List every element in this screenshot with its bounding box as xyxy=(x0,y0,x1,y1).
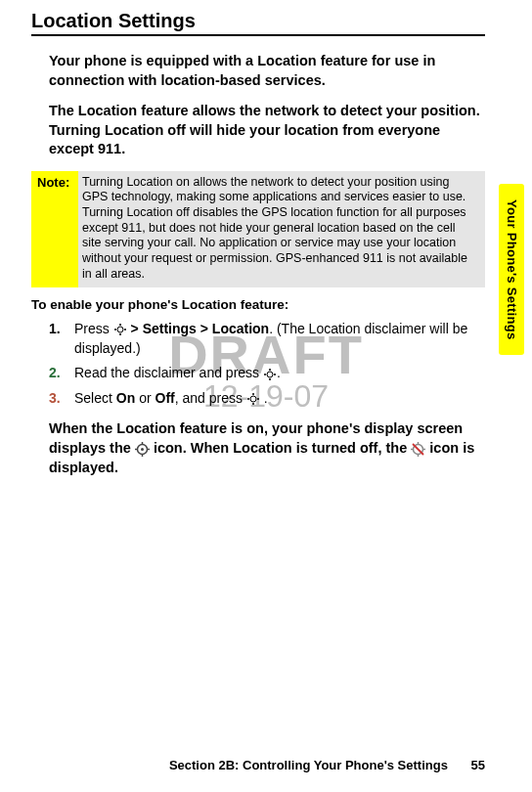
note-label: Note: xyxy=(31,171,78,287)
svg-point-2 xyxy=(119,333,121,335)
step-number: 1. xyxy=(49,320,66,358)
step-body: Press > Settings > Location. (The Locati… xyxy=(74,320,485,358)
nav-key-icon xyxy=(246,392,260,406)
svg-point-11 xyxy=(252,393,254,395)
svg-point-1 xyxy=(119,324,121,326)
step-number: 3. xyxy=(49,389,66,409)
page-title: Location Settings xyxy=(31,10,485,32)
step-body: Read the disclaimer and press . xyxy=(74,364,485,383)
step-2: 2. Read the disclaimer and press . xyxy=(49,364,485,383)
svg-point-0 xyxy=(117,327,123,332)
svg-point-9 xyxy=(274,374,276,375)
svg-point-13 xyxy=(247,398,249,400)
nav-key-icon xyxy=(263,368,277,381)
step-number: 2. xyxy=(49,364,66,383)
svg-point-7 xyxy=(269,378,271,380)
side-tab: Your Phone's Settings xyxy=(499,184,524,355)
step-1: 1. Press > Settings > Location. (The Loc… xyxy=(49,320,485,358)
svg-point-20 xyxy=(141,448,144,451)
footer-page-number: 55 xyxy=(471,758,485,772)
svg-point-10 xyxy=(250,396,256,402)
note-body: Turning Location on allows the network t… xyxy=(78,171,485,287)
svg-point-3 xyxy=(114,329,116,330)
steps-list: 1. Press > Settings > Location. (The Loc… xyxy=(31,320,485,408)
side-tab-label: Your Phone's Settings xyxy=(505,199,519,340)
intro-paragraph-1: Your phone is equipped with a Location f… xyxy=(31,52,485,90)
svg-point-4 xyxy=(124,329,126,330)
svg-point-12 xyxy=(252,403,254,405)
svg-point-6 xyxy=(269,369,271,371)
step-3: 3. Select On or Off, and press . xyxy=(49,389,485,409)
intro-paragraph-2: The Location feature allows the network … xyxy=(31,102,485,159)
location-on-icon xyxy=(135,442,150,457)
nav-key-icon xyxy=(113,323,127,336)
note-box: Note: Turning Location on allows the net… xyxy=(31,171,485,287)
svg-point-8 xyxy=(264,374,266,375)
location-off-icon xyxy=(411,442,425,457)
svg-point-5 xyxy=(267,372,273,377)
title-rule xyxy=(31,34,485,36)
footer-section: Section 2B: Controlling Your Phone's Set… xyxy=(169,758,448,772)
step-body: Select On or Off, and press . xyxy=(74,389,485,409)
svg-point-14 xyxy=(257,398,259,400)
enable-subheading: To enable your phone's Location feature: xyxy=(31,297,485,312)
page-footer: Section 2B: Controlling Your Phone's Set… xyxy=(169,758,485,772)
closing-paragraph: When the Location feature is on, your ph… xyxy=(31,418,485,478)
